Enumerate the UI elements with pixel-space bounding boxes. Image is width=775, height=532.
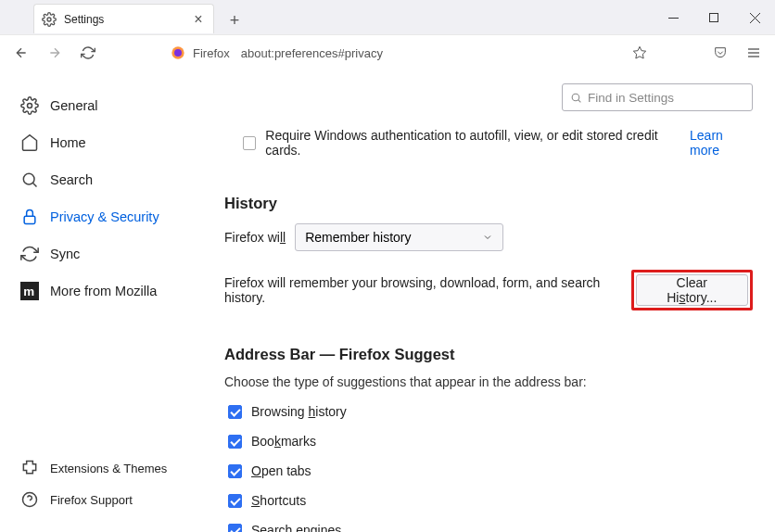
history-heading: History	[224, 195, 753, 212]
checkbox-label: Bookmarks	[251, 434, 316, 449]
url-text: about:preferences#privacy	[241, 46, 625, 60]
forward-button[interactable]	[41, 39, 69, 67]
clear-history-button[interactable]: Clear History...	[636, 274, 748, 306]
firefox-icon	[171, 45, 185, 60]
help-icon	[20, 490, 39, 509]
sync-icon	[20, 245, 39, 263]
svg-point-19	[572, 94, 579, 101]
svg-point-11	[28, 104, 32, 108]
svg-point-0	[47, 18, 51, 21]
svg-marker-7	[633, 46, 645, 58]
checkbox[interactable]	[228, 464, 242, 478]
sidebar-item-label: More from Mozilla	[50, 284, 157, 298]
checkbox[interactable]	[228, 405, 242, 419]
lock-icon	[20, 208, 39, 226]
checkbox-label: Browsing history	[251, 404, 347, 419]
main-content: Find in Settings Require Windows authent…	[221, 70, 775, 532]
sidebar-item-search[interactable]: Search	[13, 161, 208, 198]
sidebar-item-label: Home	[50, 135, 86, 150]
bookmark-star-icon[interactable]	[632, 45, 647, 60]
tab-title: Settings	[64, 13, 191, 26]
svg-text:m: m	[23, 285, 34, 298]
tab-close-icon[interactable]: ×	[191, 12, 206, 27]
home-icon	[20, 133, 39, 152]
sidebar-item-support[interactable]: Firefox Support	[13, 484, 208, 515]
sidebar-item-label: Sync	[50, 247, 80, 261]
winauth-checkbox[interactable]	[243, 136, 256, 150]
history-mode-select[interactable]: Remember history	[295, 223, 503, 251]
history-description: Firefox will remember your browsing, dow…	[224, 275, 631, 305]
checkbox[interactable]	[228, 524, 242, 533]
gear-icon	[42, 12, 57, 27]
checkbox-label: Search engines	[251, 523, 341, 532]
sidebar-item-label: Extensions & Themes	[50, 462, 167, 475]
suggest-shortcuts[interactable]: Shortcuts	[224, 493, 753, 508]
sidebar-item-mozilla[interactable]: m More from Mozilla	[13, 272, 208, 310]
sidebar-item-sync[interactable]: Sync	[13, 235, 208, 272]
select-value: Remember history	[305, 230, 411, 245]
search-icon	[570, 92, 582, 104]
new-tab-button[interactable]: +	[222, 7, 248, 33]
suggest-open-tabs[interactable]: Open tabs	[224, 463, 753, 478]
checkbox[interactable]	[228, 494, 242, 508]
search-icon	[20, 171, 39, 189]
winauth-label: Require Windows authentication to autofi…	[265, 128, 675, 158]
sidebar-item-extensions[interactable]: Extensions & Themes	[13, 452, 208, 484]
browser-tab[interactable]: Settings ×	[33, 4, 214, 33]
checkbox-label: Open tabs	[251, 463, 311, 478]
maximize-button[interactable]	[693, 0, 734, 35]
mozilla-icon: m	[20, 282, 39, 300]
addressbar-heading: Address Bar — Firefox Suggest	[224, 346, 753, 363]
firefox-label: Firefox	[193, 46, 230, 60]
svg-rect-2	[710, 14, 718, 22]
learn-more-link[interactable]: Learn more	[690, 128, 753, 158]
suggest-browsing-history[interactable]: Browsing history	[224, 404, 753, 419]
close-window-button[interactable]	[734, 0, 775, 35]
search-placeholder: Find in Settings	[588, 91, 674, 105]
sidebar-item-general[interactable]: General	[13, 87, 208, 124]
svg-point-12	[23, 173, 34, 184]
svg-line-20	[578, 99, 581, 102]
svg-point-6	[174, 49, 182, 57]
checkbox-label: Shortcuts	[251, 493, 306, 508]
sidebar-item-label: Privacy & Security	[50, 209, 159, 224]
sidebar-item-label: Firefox Support	[50, 493, 133, 507]
sidebar: General Home Search Privacy & Security S…	[0, 70, 221, 532]
chevron-down-icon	[482, 232, 493, 243]
checkbox[interactable]	[228, 435, 242, 449]
svg-line-13	[32, 183, 36, 186]
gear-icon	[20, 96, 39, 115]
menu-button[interactable]	[740, 39, 768, 67]
sidebar-item-privacy[interactable]: Privacy & Security	[13, 198, 208, 235]
back-button[interactable]	[7, 39, 35, 67]
sidebar-item-home[interactable]: Home	[13, 124, 208, 161]
minimize-button[interactable]	[653, 0, 693, 35]
sidebar-item-label: Search	[50, 172, 93, 187]
highlight-annotation: Clear History...	[631, 270, 753, 310]
reload-button[interactable]	[74, 39, 102, 67]
pocket-button[interactable]	[706, 39, 734, 67]
puzzle-icon	[20, 459, 39, 477]
firefox-will-label: Firefox will	[224, 230, 286, 245]
address-bar[interactable]: Firefox about:preferences#privacy	[163, 39, 654, 67]
addressbar-subtext: Choose the type of suggestions that appe…	[224, 374, 753, 389]
settings-search-input[interactable]: Find in Settings	[562, 83, 753, 111]
suggest-bookmarks[interactable]: Bookmarks	[224, 434, 753, 449]
svg-rect-14	[24, 216, 35, 223]
svg-point-17	[23, 493, 37, 507]
sidebar-item-label: General	[50, 98, 98, 113]
suggest-search-engines[interactable]: Search engines	[224, 523, 753, 532]
